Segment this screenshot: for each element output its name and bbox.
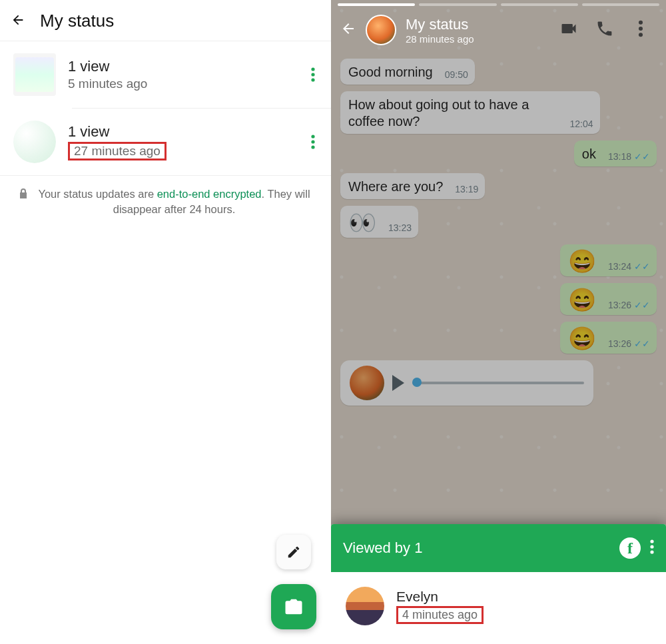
viewer-name: Evelyn [396,589,484,605]
svg-point-0 [311,67,314,71]
note-prefix: Your status updates are [38,188,157,200]
story-progress [338,3,659,6]
avatar[interactable] [366,15,396,45]
more-icon[interactable] [303,67,323,83]
more-icon[interactable] [303,134,323,150]
compose-text-status-button[interactable] [276,535,311,569]
viewer-time-highlighted: 4 minutes ago [396,606,484,624]
status-time-highlighted: 27 minutes ago [68,142,166,161]
viewed-by-label: Viewed by 1 [343,539,422,557]
svg-point-6 [639,21,643,25]
left-pane: My status 1 view 5 minutes ago 1 view 27… [0,0,331,644]
status-time: 5 minutes ago [68,77,291,91]
svg-point-1 [311,73,314,76]
facebook-icon[interactable]: f [619,537,641,559]
status-views: 1 view [68,123,291,141]
status-thumbnail [13,121,56,163]
back-icon[interactable] [11,13,25,30]
encryption-note: Your status updates are end-to-end encry… [0,175,331,228]
status-text: 1 view 5 minutes ago [68,58,291,91]
encrypted-link[interactable]: end-to-end encrypted [157,188,262,200]
header-titleblock: My status 28 minutes ago [406,16,474,45]
header-title: My status [406,16,474,33]
lock-icon [19,188,28,203]
page-title: My status [40,11,114,31]
status-viewer-header: My status 28 minutes ago [331,0,666,53]
header-subtitle: 28 minutes ago [406,33,474,45]
camera-status-button[interactable] [271,584,316,629]
svg-point-7 [639,27,643,31]
right-pane: My status 28 minutes ago Good morning09:… [331,0,666,644]
svg-point-4 [311,140,314,143]
status-text: 1 view 27 minutes ago [68,123,291,161]
avatar [346,587,384,625]
viewer-row[interactable]: Evelyn 4 minutes ago [331,572,666,644]
back-icon[interactable] [340,21,356,39]
left-header: My status [0,0,331,41]
voice-call-icon[interactable] [591,15,618,45]
svg-point-10 [650,545,653,548]
svg-point-3 [311,135,314,138]
more-icon[interactable] [650,539,654,557]
svg-point-9 [650,539,653,543]
more-icon[interactable] [627,15,654,45]
status-item[interactable]: 1 view 27 minutes ago [0,109,331,175]
status-views: 1 view [68,58,291,75]
svg-point-8 [639,33,643,37]
status-item[interactable]: 1 view 5 minutes ago [0,41,331,108]
svg-point-2 [311,78,314,81]
fab-stack [271,535,316,629]
svg-point-5 [311,145,314,149]
video-call-icon[interactable] [555,15,582,45]
status-list: 1 view 5 minutes ago 1 view 27 minutes a… [0,41,331,175]
status-thumbnail [13,53,56,96]
svg-point-11 [650,550,653,553]
sheet-header: Viewed by 1 f [331,524,666,572]
viewed-by-sheet: Viewed by 1 f Evelyn 4 minutes ago [331,524,666,644]
